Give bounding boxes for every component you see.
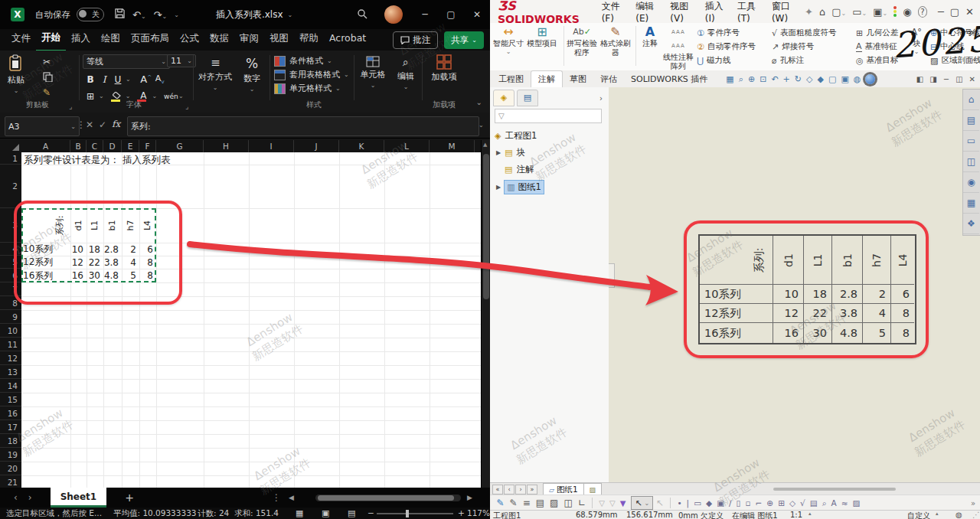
name-box[interactable]: A3⌄ xyxy=(5,116,80,136)
point-icon[interactable]: • xyxy=(677,498,681,508)
column-header[interactable]: F xyxy=(139,140,156,152)
balloon-button[interactable]: ①零件序号 xyxy=(697,28,740,38)
tree-filter-input[interactable]: ▽ xyxy=(495,109,602,123)
tree-node-blocks[interactable]: ▶ ▤ 块 xyxy=(496,147,525,158)
zoom-level[interactable]: 117% xyxy=(467,508,490,517)
doc-minimize-icon[interactable]: − xyxy=(943,75,949,83)
line-style-icon[interactable]: ▤ xyxy=(536,498,544,508)
font-name-select[interactable]: 等线⌄ xyxy=(83,54,170,69)
tree-node-drawing[interactable]: ◈ 工程图1 xyxy=(495,130,537,142)
slash-line-icon[interactable]: ∕ xyxy=(729,498,732,508)
sw-maximize-button[interactable]: ▢ xyxy=(950,6,959,18)
status-custom[interactable]: 自定义 xyxy=(907,511,930,519)
mirror-icon[interactable]: ◫ xyxy=(564,498,572,508)
row-header[interactable]: 13 xyxy=(0,365,21,379)
hatch-icon[interactable]: ▨ xyxy=(550,498,558,508)
fx-icon[interactable]: fx xyxy=(112,119,120,129)
row-header[interactable]: 1 xyxy=(0,152,21,165)
spell-checker-button[interactable]: Ab✓ 拼写检验程序 xyxy=(567,25,597,57)
status-count[interactable]: 计数: 24 xyxy=(198,508,229,519)
first-sheet-icon[interactable]: « xyxy=(492,485,503,495)
command-tab[interactable]: 评估 xyxy=(593,71,624,87)
save-icon[interactable]: ▣⌄ xyxy=(873,6,887,18)
command-tab[interactable]: 工程图 xyxy=(492,71,531,87)
horizontal-scrollbar[interactable] xyxy=(315,495,461,501)
format-painter-button[interactable]: ✎ 格式涂刷器 xyxy=(600,25,631,57)
magnifier-icon[interactable]: ⌕ xyxy=(822,498,827,508)
command-tab[interactable]: 注解 xyxy=(531,70,563,88)
table-icon[interactable]: ▤ xyxy=(810,498,818,508)
datum-feature-button[interactable]: A基准特征 xyxy=(856,41,897,52)
add-sheet-tab[interactable]: ▨ xyxy=(584,483,603,495)
status-scale[interactable]: 1:1 xyxy=(790,511,802,519)
column-header[interactable]: C xyxy=(87,140,103,152)
doc-close-icon[interactable]: ✕ xyxy=(969,75,975,83)
expand-panel-icon[interactable]: › xyxy=(599,94,603,103)
next-sheet-icon[interactable]: › xyxy=(28,492,32,503)
property-manager-tab[interactable]: ▤ xyxy=(517,90,538,106)
conditional-formatting-button[interactable]: 条件格式⌄ xyxy=(274,55,349,67)
sw-horizontal-scrollbar[interactable] xyxy=(773,488,896,491)
feature-tree-tab[interactable]: ◈ xyxy=(493,90,514,106)
note-button[interactable]: A 注释 xyxy=(639,25,662,48)
title-dropdown-icon[interactable]: ⌄ xyxy=(288,11,293,18)
last-sheet-icon[interactable]: » xyxy=(527,485,537,495)
rect-icon[interactable]: ▭ xyxy=(694,498,701,508)
row-header[interactable]: 12 xyxy=(0,351,21,365)
small-rect-icon[interactable]: ▫ xyxy=(745,498,750,508)
zoom-area-icon[interactable]: ⌕ xyxy=(739,74,743,84)
row-header[interactable]: 16 xyxy=(0,406,21,420)
pan-icon[interactable]: + xyxy=(783,74,790,84)
select-ghost-icon[interactable]: ↖ xyxy=(656,498,664,508)
home-icon[interactable]: ⌂ xyxy=(819,6,825,18)
autosave-toggle[interactable]: 关 xyxy=(77,8,104,21)
font-size-select[interactable]: 11⌄ xyxy=(167,54,196,67)
scene-icon[interactable]: ◍ xyxy=(854,74,861,84)
grow-font-button[interactable]: A^ xyxy=(140,73,152,85)
underline-button[interactable]: U xyxy=(112,74,124,85)
design-library-icon[interactable]: ▤ xyxy=(963,110,979,131)
copy-icon[interactable] xyxy=(43,72,53,84)
column-header[interactable]: B xyxy=(70,140,87,152)
search-icon[interactable] xyxy=(357,8,368,21)
hatch2-icon[interactable]: ▨ xyxy=(853,498,861,508)
custom-properties-icon[interactable]: ▦ xyxy=(963,193,979,214)
polygon-icon[interactable]: ◆ xyxy=(706,498,712,508)
center-mark-icon[interactable]: ⊕ xyxy=(766,498,773,508)
borders-button[interactable]: ⊞ xyxy=(84,91,96,102)
spline-icon[interactable]: ≈ xyxy=(841,498,848,508)
number-group-button[interactable]: % 数字⌄ xyxy=(239,56,265,93)
solid-icon[interactable]: ▣ xyxy=(717,498,724,508)
row-header[interactable]: 18 xyxy=(0,434,21,448)
close-button[interactable]: ✕ xyxy=(464,0,490,29)
format-as-table-button[interactable]: 套用表格格式⌄ xyxy=(274,69,349,80)
sw-minimize-button[interactable]: ─ xyxy=(938,6,944,18)
vertical-scroll-thumb[interactable] xyxy=(483,154,489,299)
menu-tab[interactable]: 数据 xyxy=(204,29,234,51)
row-header[interactable]: 17 xyxy=(0,420,21,434)
column-header[interactable]: H xyxy=(204,140,249,152)
hole-callout-button[interactable]: ⌀孔标注 xyxy=(772,55,804,66)
text-icon[interactable]: A xyxy=(831,498,837,508)
italic-button[interactable]: I xyxy=(98,74,110,85)
gtol-icon[interactable]: ⊞ xyxy=(778,498,785,508)
zoom-slider[interactable] xyxy=(377,513,453,514)
maximize-button[interactable]: ▢ xyxy=(438,0,464,29)
surface-icon[interactable]: √ xyxy=(800,498,805,508)
cells-group-button[interactable]: 单元格⌄ xyxy=(358,56,388,89)
display-style-icon[interactable]: ◆ xyxy=(818,74,824,84)
line-color-icon[interactable]: ✎ xyxy=(510,498,518,508)
bold-button[interactable]: B xyxy=(84,74,96,85)
menu-tab[interactable]: 审阅 xyxy=(234,29,264,51)
zoom-slider-thumb[interactable] xyxy=(406,510,409,517)
redo-icon[interactable]: ↷⌄ xyxy=(154,9,168,21)
forum-icon[interactable]: ❖ xyxy=(963,214,979,234)
menu-item[interactable]: 插入(I) xyxy=(705,0,726,24)
page-layout-view-icon[interactable]: ▣ xyxy=(322,508,329,518)
user-account-icon[interactable]: ◉ xyxy=(903,6,911,18)
smart-dimension-button[interactable]: ↔ 智能尺寸⌄ xyxy=(493,25,524,55)
weld-symbol-button[interactable]: ↗焊接符号 xyxy=(772,41,814,52)
edit-appearance-icon[interactable]: ▣ xyxy=(841,74,848,84)
surface-finish-button[interactable]: √表面粗糙度符号 xyxy=(772,28,837,38)
menu-tab[interactable]: 页面布局 xyxy=(126,29,175,51)
